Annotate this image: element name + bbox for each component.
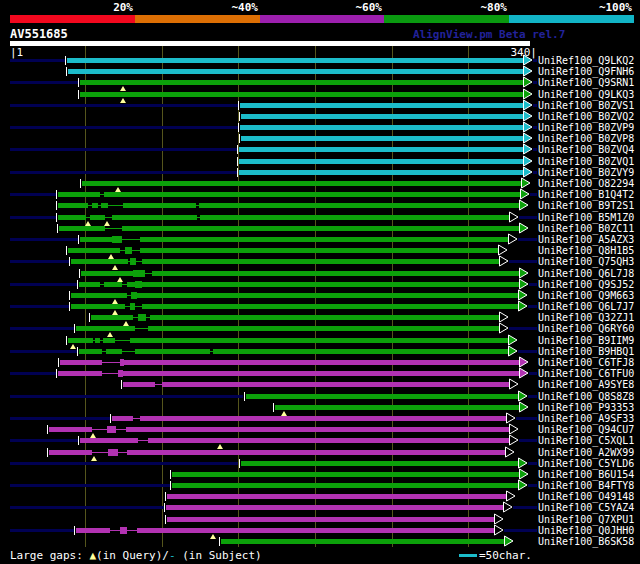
alignment-bar-segment[interactable] bbox=[92, 429, 107, 430]
alignment-bar-segment[interactable] bbox=[116, 429, 126, 430]
hit-label[interactable]: UniRef100_B0ZVP8 bbox=[538, 133, 634, 144]
alignment-bar-segment[interactable] bbox=[142, 259, 499, 264]
hit-label[interactable]: UniRef100_B4FTY8 bbox=[538, 480, 634, 491]
alignment-bar-segment[interactable] bbox=[80, 237, 112, 242]
alignment-bar-segment[interactable] bbox=[132, 250, 140, 251]
alignment-bar-segment[interactable] bbox=[142, 282, 519, 287]
alignment-bar-segment[interactable] bbox=[91, 315, 133, 320]
alignment-bar-segment[interactable] bbox=[122, 351, 135, 352]
hit-label[interactable]: UniRef100_C5YLD6 bbox=[538, 458, 634, 469]
alignment-bar-segment[interactable] bbox=[152, 271, 519, 276]
alignment-bar-segment[interactable] bbox=[92, 452, 108, 453]
alignment-bar-segment[interactable] bbox=[148, 438, 509, 443]
alignment-bar-segment[interactable] bbox=[58, 203, 88, 208]
alignment-bar-segment[interactable] bbox=[221, 539, 504, 544]
hit-label[interactable]: UniRef100_B0ZC11 bbox=[538, 223, 634, 234]
alignment-bar-segment[interactable] bbox=[71, 293, 127, 298]
alignment-bar-segment[interactable] bbox=[135, 349, 210, 354]
hit-label[interactable]: UniRef100_Q9FNH6 bbox=[538, 66, 634, 77]
hit-label[interactable]: UniRef100_B1Q4T2 bbox=[538, 189, 634, 200]
alignment-bar-segment[interactable] bbox=[162, 382, 509, 387]
hit-label[interactable]: UniRef100_Q9M663 bbox=[538, 290, 634, 301]
alignment-bar-segment[interactable] bbox=[67, 58, 523, 63]
hit-label[interactable]: UniRef100_Q9LKQ3 bbox=[538, 89, 634, 100]
alignment-bar-segment[interactable] bbox=[118, 452, 127, 453]
alignment-bar-segment[interactable] bbox=[112, 215, 197, 220]
hit-label[interactable]: UniRef100_Q9SRN1 bbox=[538, 77, 634, 88]
alignment-bar-segment[interactable] bbox=[49, 450, 92, 455]
alignment-bar-segment[interactable] bbox=[105, 217, 112, 218]
alignment-bar-segment[interactable] bbox=[150, 315, 499, 320]
alignment-bar-segment[interactable] bbox=[76, 528, 110, 533]
hit-label[interactable]: UniRef100_Q8H1B5 bbox=[538, 245, 634, 256]
hit-label[interactable]: UniRef100_B6SK58 bbox=[538, 536, 634, 547]
alignment-bar-segment[interactable] bbox=[138, 440, 148, 441]
hit-label[interactable]: UniRef100_A9SF33 bbox=[538, 413, 634, 424]
hit-label[interactable]: UniRef100_Q6L7J7 bbox=[538, 301, 634, 312]
alignment-bar-segment[interactable] bbox=[137, 528, 494, 533]
hit-label[interactable]: UniRef100_Q9LKQ2 bbox=[538, 55, 634, 66]
alignment-bar-segment[interactable] bbox=[108, 449, 118, 456]
alignment-bar-segment[interactable] bbox=[130, 338, 508, 343]
alignment-bar-segment[interactable] bbox=[115, 340, 130, 341]
alignment-bar-segment[interactable] bbox=[135, 306, 142, 307]
hit-label[interactable]: UniRef100_C6TFU0 bbox=[538, 368, 634, 379]
hit-label[interactable]: UniRef100_Q75QH3 bbox=[538, 256, 634, 267]
alignment-bar-segment[interactable] bbox=[80, 92, 523, 97]
hit-label[interactable]: UniRef100_Q8S8Z8 bbox=[538, 391, 634, 402]
alignment-bar-segment[interactable] bbox=[103, 338, 115, 343]
hit-label[interactable]: UniRef100_B0ZVP9 bbox=[538, 122, 634, 133]
hit-label[interactable]: UniRef100_B9IIM9 bbox=[538, 335, 634, 346]
alignment-bar-segment[interactable] bbox=[241, 114, 523, 119]
alignment-bar-segment[interactable] bbox=[125, 247, 132, 254]
alignment-bar-segment[interactable] bbox=[106, 349, 122, 354]
alignment-bar-segment[interactable] bbox=[80, 438, 138, 443]
alignment-bar-segment[interactable] bbox=[172, 472, 519, 477]
alignment-bar-segment[interactable] bbox=[122, 226, 519, 231]
hit-label[interactable]: UniRef100_C5XQL1 bbox=[538, 435, 634, 446]
alignment-bar-segment[interactable] bbox=[142, 304, 518, 309]
alignment-bar-segment[interactable] bbox=[127, 450, 505, 455]
hit-label[interactable]: UniRef100_B9T2S1 bbox=[538, 200, 634, 211]
alignment-bar-segment[interactable] bbox=[172, 483, 518, 488]
alignment-bar-segment[interactable] bbox=[90, 215, 105, 220]
alignment-bar-segment[interactable] bbox=[102, 373, 118, 374]
hit-label[interactable]: UniRef100_B5M1Z0 bbox=[538, 212, 634, 223]
alignment-bar-segment[interactable] bbox=[140, 237, 508, 242]
alignment-bar-segment[interactable] bbox=[58, 192, 100, 197]
alignment-bar-segment[interactable] bbox=[122, 239, 140, 240]
alignment-bar-segment[interactable] bbox=[240, 103, 523, 108]
alignment-bar-segment[interactable] bbox=[82, 181, 521, 186]
hit-label[interactable]: UniRef100_B0ZVS1 bbox=[538, 100, 634, 111]
hit-label[interactable]: UniRef100_Q6L7J8 bbox=[538, 268, 634, 279]
alignment-bar-segment[interactable] bbox=[199, 203, 519, 208]
alignment-bar-segment[interactable] bbox=[68, 248, 120, 253]
alignment-bar-segment[interactable] bbox=[68, 338, 93, 343]
alignment-bar-segment[interactable] bbox=[133, 270, 145, 277]
alignment-bar-segment[interactable] bbox=[239, 159, 523, 164]
hit-label[interactable]: UniRef100_B6U154 bbox=[538, 469, 634, 480]
alignment-bar-segment[interactable] bbox=[241, 136, 523, 141]
hit-label[interactable]: UniRef100_C5YAZ4 bbox=[538, 502, 634, 513]
alignment-bar-segment[interactable] bbox=[104, 282, 122, 287]
alignment-bar-segment[interactable] bbox=[59, 226, 105, 231]
hit-label[interactable]: UniRef100_A9SYE8 bbox=[538, 379, 634, 390]
alignment-bar-segment[interactable] bbox=[79, 349, 102, 354]
alignment-bar-segment[interactable] bbox=[68, 69, 523, 74]
alignment-bar-segment[interactable] bbox=[107, 426, 116, 433]
alignment-bar-segment[interactable] bbox=[120, 527, 127, 534]
alignment-bar-segment[interactable] bbox=[112, 236, 122, 243]
alignment-bar-segment[interactable] bbox=[60, 360, 102, 365]
hit-label[interactable]: UniRef100_B9HBQ1 bbox=[538, 346, 634, 357]
hit-label[interactable]: UniRef100_B0ZVY9 bbox=[538, 167, 634, 178]
alignment-bar-segment[interactable] bbox=[80, 80, 523, 85]
alignment-bar-segment[interactable] bbox=[123, 371, 519, 376]
hit-label[interactable]: UniRef100_Q9SJ52 bbox=[538, 279, 634, 290]
alignment-bar-segment[interactable] bbox=[127, 282, 135, 287]
alignment-bar-segment[interactable] bbox=[239, 170, 523, 175]
hit-label[interactable]: UniRef100_Q7XPU1 bbox=[538, 514, 634, 525]
alignment-bar-segment[interactable] bbox=[71, 304, 125, 309]
hit-label[interactable]: UniRef100_O49148 bbox=[538, 491, 634, 502]
hit-label[interactable]: UniRef100_A5AZX3 bbox=[538, 234, 634, 245]
alignment-bar-segment[interactable] bbox=[102, 362, 120, 363]
